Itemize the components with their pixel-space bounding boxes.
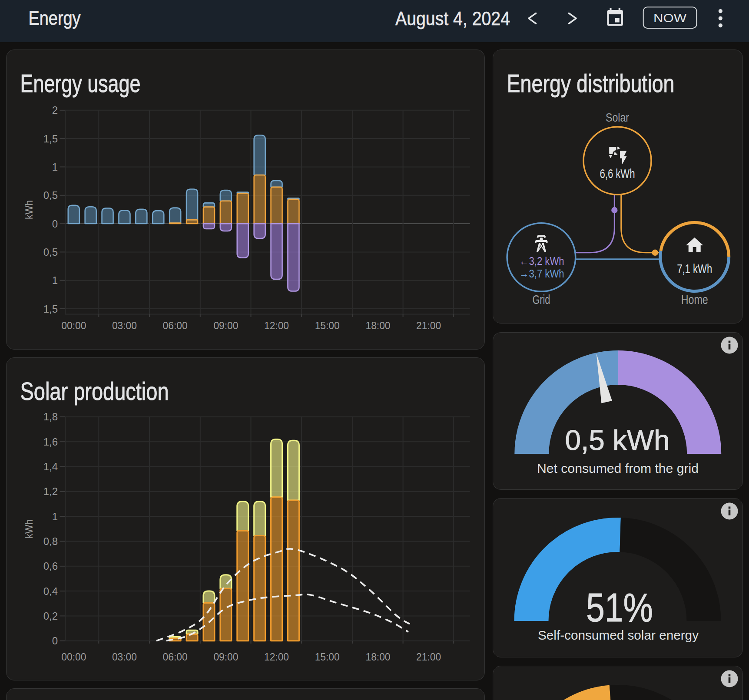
svg-text:1,5: 1,5 [43, 133, 58, 145]
svg-text:06:00: 06:00 [163, 320, 188, 331]
svg-text:1,6: 1,6 [43, 436, 58, 448]
svg-text:1,8: 1,8 [43, 411, 58, 423]
svg-text:03:00: 03:00 [112, 651, 137, 663]
svg-text:1: 1 [52, 274, 58, 286]
svg-text:09:00: 09:00 [213, 651, 238, 663]
svg-text:09:00: 09:00 [213, 320, 238, 331]
svg-text:00:00: 00:00 [61, 651, 86, 663]
svg-text:1: 1 [52, 161, 58, 173]
svg-text:18:00: 18:00 [366, 320, 391, 331]
svg-text:1,5: 1,5 [43, 303, 58, 315]
svg-text:0,4: 0,4 [43, 585, 58, 597]
svg-text:←3,2 kWh: ←3,2 kWh [520, 254, 564, 267]
svg-text:0,5: 0,5 [43, 246, 58, 258]
svg-text:06:00: 06:00 [163, 651, 188, 663]
svg-text:Home: Home [681, 293, 708, 307]
svg-text:0,5 kWh: 0,5 kWh [565, 425, 670, 456]
svg-text:15:00: 15:00 [315, 651, 340, 663]
svg-text:18:00: 18:00 [366, 651, 391, 663]
svg-text:7,1 kWh: 7,1 kWh [677, 261, 712, 276]
svg-text:Solar: Solar [606, 111, 629, 124]
svg-text:12:00: 12:00 [264, 320, 289, 331]
svg-text:12:00: 12:00 [264, 651, 289, 663]
svg-text:Self-consumed solar energy: Self-consumed solar energy [538, 628, 699, 642]
svg-text:0,8: 0,8 [43, 535, 58, 547]
svg-text:0: 0 [52, 635, 58, 647]
svg-text:21:00: 21:00 [416, 651, 441, 663]
svg-text:Energy usage: Energy usage [20, 69, 141, 97]
svg-text:1,2: 1,2 [43, 485, 58, 497]
svg-text:kWh: kWh [23, 200, 35, 219]
svg-text:1,4: 1,4 [43, 461, 58, 472]
svg-text:1: 1 [52, 511, 58, 522]
svg-text:6,6 kWh: 6,6 kWh [600, 166, 635, 181]
svg-text:Net consumed from the grid: Net consumed from the grid [537, 461, 699, 475]
svg-text:Grid: Grid [532, 293, 550, 307]
svg-text:0: 0 [52, 218, 58, 230]
svg-text:Energy distribution: Energy distribution [507, 69, 675, 97]
svg-text:→3,7 kWh: →3,7 kWh [520, 267, 564, 280]
svg-text:NOW: NOW [653, 12, 687, 25]
svg-text:2: 2 [52, 104, 58, 116]
svg-text:21:00: 21:00 [416, 320, 441, 331]
svg-text:Energy: Energy [29, 7, 81, 29]
svg-text:51%: 51% [586, 585, 653, 630]
svg-text:15:00: 15:00 [315, 320, 340, 331]
svg-text:03:00: 03:00 [112, 320, 137, 331]
svg-text:0,2: 0,2 [43, 610, 58, 622]
svg-text:0,5: 0,5 [43, 189, 58, 201]
svg-text:August 4, 2024: August 4, 2024 [395, 7, 510, 30]
svg-text:kWh: kWh [23, 519, 35, 538]
svg-text:Solar production: Solar production [20, 377, 169, 405]
svg-text:00:00: 00:00 [61, 320, 86, 331]
svg-text:0,6: 0,6 [43, 560, 58, 572]
